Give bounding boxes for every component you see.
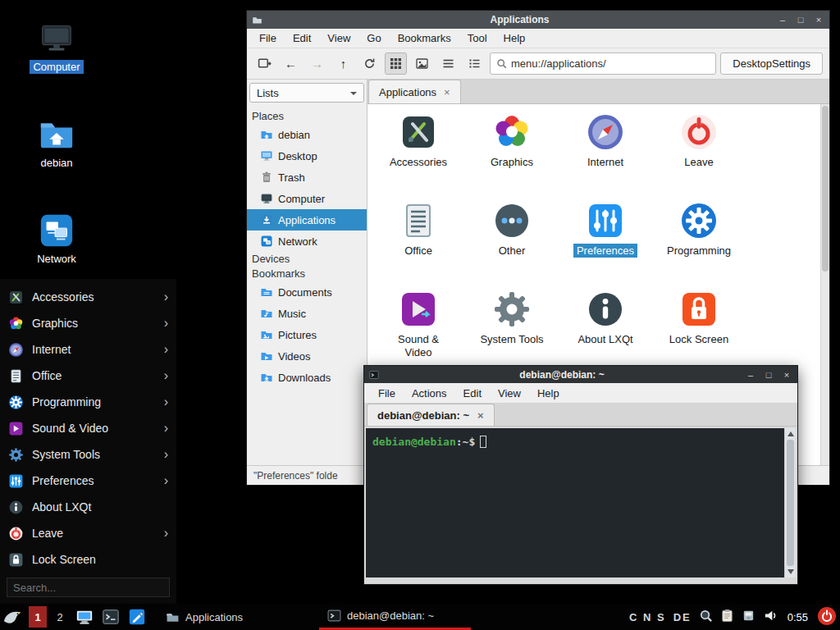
desktop-icon-home[interactable]: debian — [17, 116, 96, 170]
menu-item-internet[interactable]: Internet › — [0, 336, 176, 363]
scrollbar-thumb[interactable] — [822, 106, 829, 272]
desktop-icon-network[interactable]: Network — [17, 212, 96, 266]
about-icon — [586, 290, 625, 329]
keyboard-indicators[interactable]: C N S — [629, 611, 666, 623]
sidebar-item-videos[interactable]: Videos — [247, 345, 367, 367]
menu-item-accessories[interactable]: Accessories › — [0, 284, 176, 310]
sidebar-item-pictures[interactable]: Pictures — [247, 324, 367, 345]
shutdown-button[interactable] — [817, 606, 837, 628]
sidebar-item-music[interactable]: Music — [247, 303, 367, 324]
terminal-title-bar[interactable]: debian@debian: ~ – □ × — [364, 366, 797, 383]
archive-tray-button[interactable] — [742, 609, 756, 625]
view-detailed-button[interactable] — [463, 52, 486, 75]
close-button[interactable]: × — [813, 15, 824, 25]
sidebar-item-desktop[interactable]: Desktop — [247, 145, 367, 167]
sidebar-mode-combo[interactable]: Lists — [249, 83, 364, 103]
menu-actions[interactable]: Actions — [404, 386, 454, 401]
menu-edit[interactable]: Edit — [285, 30, 318, 46]
app-item-internet[interactable]: Internet — [563, 112, 648, 169]
sidebar-item-home[interactable]: debian — [247, 124, 367, 145]
task-button-terminal[interactable]: debian@debian: ~ — [319, 604, 471, 630]
app-item-accessories[interactable]: Accessories — [376, 112, 461, 169]
clock[interactable]: 0:55 — [786, 611, 810, 623]
view-compact-button[interactable] — [437, 52, 459, 75]
menu-item-programming[interactable]: Programming › — [0, 389, 176, 415]
maximize-button[interactable]: □ — [795, 15, 806, 25]
clipboard-tray-button[interactable] — [720, 609, 734, 625]
volume-tray-button[interactable] — [763, 608, 778, 626]
menu-item-preferences[interactable]: Preferences › — [0, 468, 176, 494]
menu-file[interactable]: File — [252, 30, 284, 46]
sidebar-item-network[interactable]: Network — [247, 231, 367, 252]
maximize-button[interactable]: □ — [763, 370, 774, 380]
menu-search-input[interactable] — [7, 578, 170, 597]
menu-item-about-lxqt[interactable]: About LXQt — [0, 494, 176, 520]
scroll-down-icon[interactable] — [788, 569, 794, 574]
app-item-sound-video[interactable]: Sound & Video — [376, 290, 461, 361]
sidebar-item-applications[interactable]: Applications — [247, 209, 367, 231]
app-item-office[interactable]: Office — [376, 201, 461, 258]
workspace-2-button[interactable]: 2 — [51, 606, 69, 628]
menu-go[interactable]: Go — [359, 30, 388, 46]
up-button[interactable]: ↑ — [332, 52, 354, 75]
terminal-scrollbar[interactable] — [784, 428, 796, 578]
menu-view[interactable]: View — [320, 30, 358, 46]
magnifier-tray-button[interactable] — [699, 609, 713, 625]
minimize-button[interactable]: – — [745, 370, 756, 380]
quicklaunch-file-manager-button[interactable] — [74, 606, 95, 628]
task-button-applications[interactable]: Applications — [158, 604, 309, 630]
menu-edit[interactable]: Edit — [456, 386, 489, 401]
tab-close-icon[interactable]: × — [444, 86, 450, 98]
quicklaunch-terminal-button[interactable] — [100, 606, 121, 628]
app-item-about-lxqt[interactable]: About LXQt — [563, 290, 648, 346]
app-item-other[interactable]: Other — [469, 201, 555, 258]
reload-button[interactable] — [358, 52, 381, 75]
desktop-icon-computer[interactable]: Computer — [17, 20, 96, 74]
menu-view[interactable]: View — [491, 386, 528, 401]
desktop-settings-button[interactable]: DesktopSettings — [720, 52, 823, 75]
tab-applications[interactable]: Applications × — [368, 80, 461, 103]
workspace-1-button[interactable]: 1 — [29, 606, 47, 628]
app-item-label: Internet — [584, 155, 627, 169]
terminal-tab[interactable]: debian@debian: ~ × — [367, 404, 495, 426]
tab-close-icon[interactable]: × — [477, 409, 484, 422]
menu-item-office[interactable]: Office › — [0, 363, 176, 389]
vertical-scrollbar[interactable] — [820, 104, 829, 465]
address-bar[interactable] — [490, 52, 716, 75]
sidebar-item-documents[interactable]: Documents — [247, 281, 367, 303]
app-item-system-tools[interactable]: System Tools — [469, 290, 555, 346]
menu-item-lock-screen[interactable]: Lock Screen — [0, 546, 176, 573]
menu-file[interactable]: File — [371, 386, 403, 401]
file-manager-title-bar[interactable]: Applications – □ × — [247, 11, 829, 29]
back-button[interactable]: ← — [280, 52, 302, 75]
start-menu-button[interactable] — [0, 604, 25, 630]
app-item-leave[interactable]: Leave — [656, 112, 742, 169]
menu-item-system-tools[interactable]: System Tools › — [0, 441, 176, 468]
terminal-content[interactable]: debian@debian:~$ — [366, 428, 796, 578]
address-input[interactable] — [511, 57, 710, 70]
minimize-button[interactable]: – — [777, 15, 788, 25]
sidebar-item-computer[interactable]: Computer — [247, 188, 367, 209]
view-thumbnail-button[interactable] — [411, 52, 433, 75]
quicklaunch-editor-button[interactable] — [126, 606, 148, 628]
app-item-graphics[interactable]: Graphics — [469, 112, 555, 169]
app-item-programming[interactable]: Programming — [656, 201, 742, 258]
scrollbar-thumb[interactable] — [787, 440, 794, 566]
menu-help[interactable]: Help — [530, 386, 567, 401]
sidebar-item-downloads[interactable]: Downloads — [247, 367, 367, 388]
forward-button[interactable]: → — [306, 52, 328, 75]
sidebar-item-trash[interactable]: Trash — [247, 167, 367, 188]
keyboard-layout[interactable]: DE — [673, 611, 692, 623]
menu-tool[interactable]: Tool — [460, 30, 495, 46]
menu-item-sound-video[interactable]: Sound & Video › — [0, 415, 176, 441]
view-icons-button[interactable] — [385, 52, 407, 75]
app-item-lock-screen[interactable]: Lock Screen — [656, 290, 742, 346]
scroll-up-icon[interactable] — [788, 431, 794, 436]
menu-help[interactable]: Help — [496, 30, 533, 46]
new-tab-button[interactable] — [253, 52, 276, 75]
close-button[interactable]: × — [781, 370, 792, 380]
menu-item-leave[interactable]: Leave › — [0, 520, 176, 546]
menu-item-graphics[interactable]: Graphics › — [0, 310, 176, 336]
app-item-preferences[interactable]: Preferences — [563, 201, 648, 258]
menu-bookmarks[interactable]: Bookmarks — [390, 30, 459, 46]
